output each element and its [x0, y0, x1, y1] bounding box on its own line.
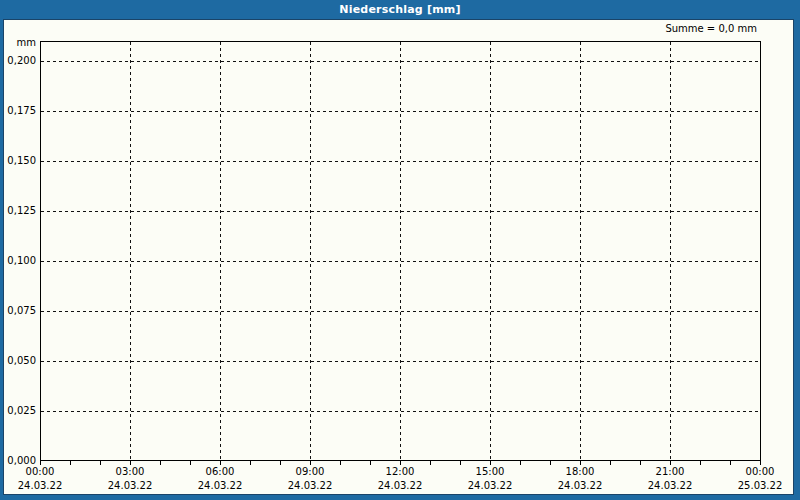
y-tick-label: 0,150: [0, 155, 36, 167]
x-tick-date-label: 24.03.22: [18, 480, 63, 491]
x-axis-tick: [310, 461, 311, 465]
x-tick-time-label: 21:00: [656, 466, 685, 477]
x-tick-time-label: 18:00: [566, 466, 595, 477]
x-tick-time-label: 15:00: [476, 466, 505, 477]
x-tick-date-label: 24.03.22: [468, 480, 513, 491]
x-axis-tick: [280, 461, 281, 465]
x-axis-tick: [370, 461, 371, 465]
y-tick-label: 0,025: [0, 405, 36, 417]
x-tick-time-label: 00:00: [746, 466, 775, 477]
x-tick-date-label: 24.03.22: [108, 480, 153, 491]
y-axis-unit-label: mm: [0, 37, 36, 48]
x-tick-time-label: 00:00: [26, 466, 55, 477]
x-tick-date-label: 24.03.22: [288, 480, 333, 491]
x-axis-tick: [40, 461, 41, 465]
x-gridline: [220, 42, 221, 460]
x-gridline: [400, 42, 401, 460]
x-axis-tick: [580, 461, 581, 465]
x-axis-tick: [460, 461, 461, 465]
x-tick-time-label: 12:00: [386, 466, 415, 477]
x-axis-tick: [130, 461, 131, 465]
x-gridline: [490, 42, 491, 460]
x-axis-tick: [250, 461, 251, 465]
y-tick-label: 0,075: [0, 305, 36, 317]
x-axis-tick: [640, 461, 641, 465]
x-gridline: [310, 42, 311, 460]
y-tick-label: 0,175: [0, 105, 36, 117]
x-axis-tick: [730, 461, 731, 465]
x-axis-tick: [190, 461, 191, 465]
sum-annotation: Summe = 0,0 mm: [665, 23, 757, 34]
x-axis-tick: [70, 461, 71, 465]
x-tick-date-label: 24.03.22: [198, 480, 243, 491]
x-axis-tick: [550, 461, 551, 465]
x-tick-time-label: 06:00: [206, 466, 235, 477]
x-axis-tick: [700, 461, 701, 465]
x-axis-tick: [220, 461, 221, 465]
y-tick-label: 0,050: [0, 355, 36, 367]
x-axis-tick: [100, 461, 101, 465]
chart-window: Niederschlag [mm] Summe = 0,0 mm mm 0,20…: [0, 0, 800, 500]
y-tick-label: 0,100: [0, 255, 36, 267]
x-axis-tick: [400, 461, 401, 465]
x-axis-tick: [760, 461, 761, 465]
x-gridline: [670, 42, 671, 460]
x-tick-date-label: 24.03.22: [558, 480, 603, 491]
plot-area: [40, 41, 761, 461]
x-axis-tick: [340, 461, 341, 465]
x-axis-tick: [670, 461, 671, 465]
x-gridline: [580, 42, 581, 460]
x-axis-tick: [160, 461, 161, 465]
x-tick-date-label: 25.03.22: [738, 480, 783, 491]
y-tick-label: 0,125: [0, 205, 36, 217]
x-tick-date-label: 24.03.22: [648, 480, 693, 491]
chart-layer: Summe = 0,0 mm mm 0,2000,1750,1500,1250,…: [0, 0, 800, 500]
x-axis-tick: [520, 461, 521, 465]
x-axis-tick: [490, 461, 491, 465]
x-axis-tick: [610, 461, 611, 465]
x-tick-time-label: 03:00: [116, 466, 145, 477]
x-tick-time-label: 09:00: [296, 466, 325, 477]
x-tick-date-label: 24.03.22: [378, 480, 423, 491]
x-axis-tick: [430, 461, 431, 465]
y-tick-label: 0,200: [0, 55, 36, 67]
x-gridline: [130, 42, 131, 460]
